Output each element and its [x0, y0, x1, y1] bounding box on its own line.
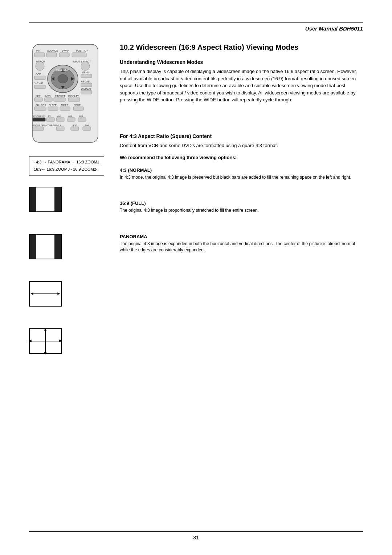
svg-text:MTS: MTS: [45, 95, 51, 97]
svg-rect-60: [33, 127, 44, 130]
cycle-text-1: · 4:3 → PANORAMA → 16:9 ZOOM1: [34, 159, 99, 166]
header-bar: User Manual BDH5011: [29, 25, 363, 32]
svg-text:POSITION: POSITION: [76, 49, 88, 52]
main-content: PIP SOURCE SWAP POSITION FAV.CH INPUT SE…: [29, 42, 363, 357]
svg-text:V-CHIP: V-CHIP: [34, 82, 43, 85]
svg-rect-35: [34, 98, 42, 101]
bar-right: [54, 187, 61, 211]
svg-rect-22: [81, 74, 92, 78]
svg-text:PIP: PIP: [36, 49, 41, 52]
section-heading: 10.2 Widescreen (16:9 Aspect Ratio) View…: [120, 42, 363, 52]
illus-43-container: [29, 187, 109, 212]
normal-43-heading: 4:3 (NORMAL): [120, 167, 363, 173]
svg-rect-26: [81, 90, 92, 94]
remote-diagram: PIP SOURCE SWAP POSITION FAV.CH INPUT SE…: [29, 42, 102, 145]
illus-43-box: [29, 187, 62, 212]
svg-text:CH.LOCK: CH.LOCK: [36, 104, 46, 106]
cycle-spacer: [120, 108, 363, 130]
understanding-para-1: This plasma display is capable of displa…: [120, 68, 363, 104]
svg-rect-54: [56, 118, 64, 121]
svg-rect-5: [34, 53, 45, 57]
left-column: PIP SOURCE SWAP POSITION FAV.CH INPUT SE…: [29, 42, 109, 357]
panorama-heading: PANORAMA: [120, 234, 363, 239]
svg-rect-61: [56, 127, 64, 130]
for-43-heading: For 4:3 Aspect Ratio (Square) Content: [120, 133, 363, 139]
svg-rect-53: [46, 118, 54, 121]
svg-text:RGB: RGB: [73, 124, 77, 126]
svg-rect-24: [81, 83, 92, 87]
panorama-section: PANORAMA The original 4:3 image is expan…: [120, 234, 363, 254]
svg-text:MENU/ADJ: MENU/ADJ: [56, 69, 68, 71]
svg-text:RECALL: RECALL: [81, 80, 91, 83]
illus-panorama: ◄ ► ▲ ▼: [31, 330, 60, 352]
svg-text:TV: TV: [48, 115, 51, 117]
cycle-row-2: 16:9← 16:9 ZOOM3 · 16:9 ZOOM2·: [34, 166, 99, 173]
section-title: Widescreen (16:9 Aspect Ratio) Viewing M…: [136, 43, 299, 51]
understanding-widescreen-section: Understanding Widescreen Modes This plas…: [120, 59, 363, 104]
svg-rect-36: [44, 98, 52, 101]
for-43-section: For 4:3 Aspect Ratio (Square) Content Co…: [120, 133, 363, 149]
svg-text:WIDE: WIDE: [74, 104, 81, 106]
svg-text:SOURCE: SOURCE: [47, 49, 58, 52]
arrow-right-h: ►: [58, 338, 63, 343]
svg-text:POWER ON: POWER ON: [33, 115, 45, 117]
svg-text:DISPLAY: DISPLAY: [68, 95, 79, 97]
svg-rect-56: [78, 118, 86, 121]
full-169-body: The original 4:3 image is proportionally…: [120, 207, 363, 214]
svg-text:SET: SET: [36, 95, 41, 97]
svg-point-11: [36, 62, 44, 70]
arrow-line-h: [33, 293, 58, 294]
svg-text:AV3: AV3: [79, 115, 83, 117]
illus-43normal-box: [29, 234, 62, 259]
svg-rect-37: [54, 98, 65, 101]
svg-text:SLEEP: SLEEP: [49, 104, 57, 106]
recommend-text-content: We recommend the following three viewing…: [120, 155, 237, 160]
illus-43normal-container: [29, 234, 109, 259]
illus-169full-container: [29, 281, 109, 307]
svg-text:SWAP: SWAP: [62, 49, 69, 52]
understanding-heading: Understanding Widescreen Modes: [120, 59, 363, 65]
svg-rect-45: [60, 107, 70, 110]
illus-169full: [33, 293, 58, 294]
bar-left: [30, 187, 36, 211]
svg-rect-52: [33, 118, 45, 121]
svg-rect-38: [68, 98, 80, 101]
svg-rect-28: [34, 76, 45, 80]
illus-panorama-box: ◄ ► ▲ ▼: [29, 328, 62, 354]
svg-rect-7: [59, 53, 69, 57]
recommend-section: We recommend the following three viewing…: [120, 155, 363, 160]
cycle-diagram: · 4:3 → PANORAMA → 16:9 ZOOM1 16:9← 16:9…: [29, 156, 104, 176]
svg-point-15: [58, 74, 68, 83]
svg-rect-46: [73, 107, 83, 110]
svg-text:AV1: AV1: [57, 115, 62, 117]
svg-text:CCD: CCD: [36, 73, 41, 76]
bar-right-2: [54, 235, 61, 259]
bar-left-2: [30, 235, 36, 259]
normal-43-body: In 4:3 mode, the original 4:3 image is p…: [120, 174, 363, 181]
svg-text:FAV.SET: FAV.SET: [55, 95, 65, 97]
svg-text:DISPLAY: DISPLAY: [81, 88, 91, 90]
svg-text:POWER OFF · COMPONENT 1: POWER OFF · COMPONENT 1: [33, 124, 61, 126]
svg-rect-62: [71, 127, 79, 130]
page-container: User Manual BDH5011 PIP SOURCE SWAP POSI…: [0, 0, 392, 555]
full-169-section: 16:9 (FULL) The original 4:3 image is pr…: [120, 200, 363, 214]
arrow-down: ▼: [43, 351, 48, 356]
cycle-row-1: · 4:3 → PANORAMA → 16:9 ZOOM1: [34, 159, 99, 166]
svg-rect-43: [34, 107, 46, 110]
svg-text:TIMER: TIMER: [61, 104, 69, 106]
svg-rect-55: [67, 118, 75, 121]
full-169-heading: 16:9 (FULL): [120, 200, 363, 206]
arrow-left-h: ◄: [28, 338, 32, 343]
header-title: User Manual BDH5011: [305, 25, 363, 32]
svg-point-12: [81, 62, 90, 70]
recommend-text: We recommend the following three viewing…: [120, 155, 363, 160]
svg-rect-6: [46, 53, 57, 57]
cycle-text-2: 16:9← 16:9 ZOOM3 · 16:9 ZOOM2·: [34, 166, 97, 173]
illus-169full-box: [29, 281, 62, 307]
arrow-up: ▲: [43, 327, 48, 332]
illus-panorama-container: ◄ ► ▲ ▼: [29, 328, 109, 354]
svg-text:DVI: DVI: [85, 124, 89, 126]
svg-text:INPUT SELECT: INPUT SELECT: [73, 60, 91, 63]
svg-rect-30: [34, 85, 45, 89]
svg-text:AV2: AV2: [68, 115, 73, 117]
